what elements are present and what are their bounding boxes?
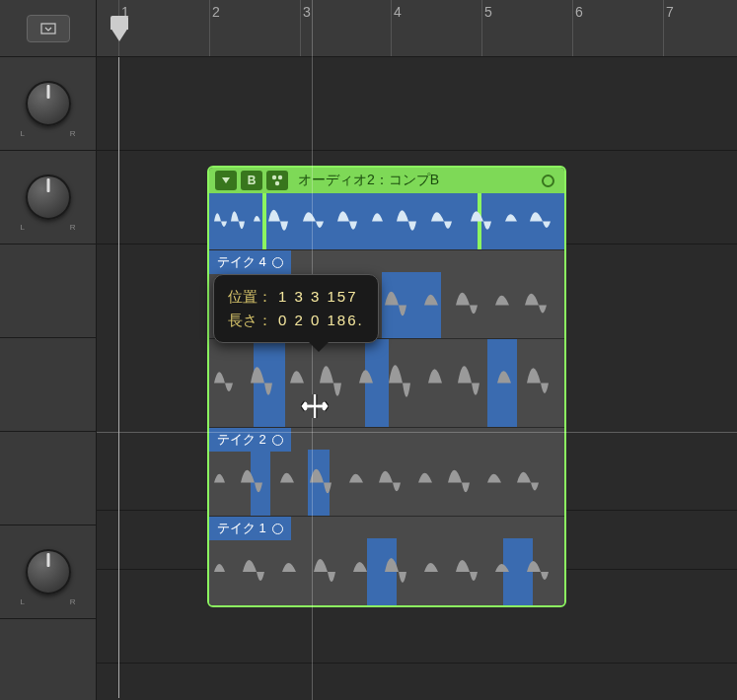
svg-point-1	[272, 175, 276, 179]
track-header-5[interactable]	[0, 432, 96, 525]
ruler-number: 5	[484, 4, 492, 20]
loop-icon	[272, 257, 283, 268]
timeline-ruler[interactable]: 1234567	[97, 0, 737, 57]
take-row[interactable]: テイク 1	[209, 517, 564, 605]
arrange-area[interactable]: 1234567 B オーディオ2：コンプB	[97, 0, 737, 700]
ruler-number: 4	[394, 4, 402, 20]
playhead-marker[interactable]	[111, 28, 128, 41]
track-header-1[interactable]: LR	[0, 57, 96, 151]
position-tooltip: 位置： 1 3 3 157 長さ： 0 2 0 186.	[213, 274, 379, 343]
svg-rect-0	[41, 24, 55, 34]
tooltip-position-label: 位置：	[228, 285, 272, 309]
disclosure-triangle-icon[interactable]	[215, 171, 237, 190]
ruler-number: 7	[666, 4, 674, 20]
take-label[interactable]: テイク 1	[209, 517, 291, 540]
svg-point-2	[278, 175, 282, 179]
pan-knob[interactable]	[26, 549, 71, 595]
ruler-tick	[300, 0, 301, 56]
take-folder[interactable]: B オーディオ2：コンプB	[207, 166, 566, 607]
folder-title: オーディオ2：コンプB	[298, 172, 538, 189]
loop-icon[interactable]	[542, 175, 554, 187]
ruler-tick	[209, 0, 210, 56]
take-row[interactable]	[209, 339, 564, 428]
ruler-number: 2	[212, 4, 220, 20]
comp-b-icon[interactable]: B	[241, 171, 262, 190]
take-folder-header[interactable]: B オーディオ2：コンプB	[209, 168, 564, 193]
playhead-line	[118, 57, 119, 698]
ruler-tick	[572, 0, 573, 56]
ruler-number: 6	[575, 4, 583, 20]
take-row[interactable]: テイク 2	[209, 428, 564, 517]
pan-knob[interactable]	[26, 81, 71, 126]
loop-icon	[272, 435, 283, 446]
edit-horizontal-line	[97, 432, 737, 433]
quick-swipe-icon[interactable]	[266, 171, 288, 190]
ruler-number: 3	[303, 4, 311, 20]
loop-icon	[272, 524, 283, 534]
pan-knob[interactable]	[26, 175, 71, 220]
tooltip-length-label: 長さ：	[228, 309, 272, 332]
ruler-tick	[663, 0, 664, 56]
view-dropdown-button[interactable]	[27, 15, 70, 42]
svg-point-3	[275, 181, 279, 185]
track-header-4[interactable]	[0, 338, 96, 432]
track-sidebar: LR LR LR	[0, 0, 97, 700]
ruler-tick	[391, 0, 392, 56]
track-lane[interactable]	[97, 57, 737, 151]
tooltip-length-value: 0 2 0 186.	[278, 309, 364, 332]
track-header-3[interactable]	[0, 245, 96, 338]
ruler-tick	[481, 0, 482, 56]
take-label[interactable]: テイク 4	[209, 250, 291, 274]
track-header-2[interactable]: LR	[0, 151, 96, 245]
comp-track[interactable]	[209, 193, 564, 250]
track-header-6[interactable]: LR	[0, 525, 96, 619]
tooltip-position-value: 1 3 3 157	[278, 285, 358, 309]
